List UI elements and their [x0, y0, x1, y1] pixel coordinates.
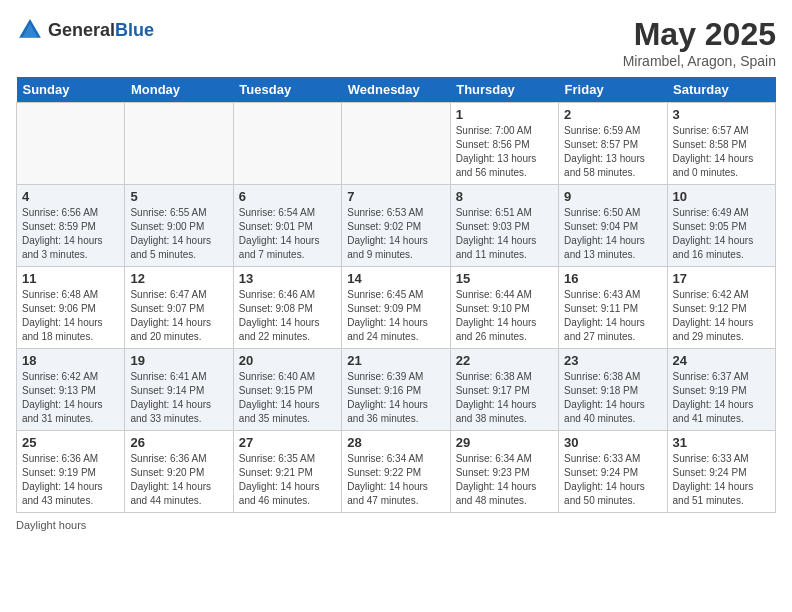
day-info: Sunrise: 6:49 AMSunset: 9:05 PMDaylight:…	[673, 206, 770, 262]
calendar-cell: 2Sunrise: 6:59 AMSunset: 8:57 PMDaylight…	[559, 103, 667, 185]
day-number: 12	[130, 271, 227, 286]
day-number: 14	[347, 271, 444, 286]
day-number: 10	[673, 189, 770, 204]
daylight-label: Daylight hours	[16, 519, 86, 531]
calendar-cell: 20Sunrise: 6:40 AMSunset: 9:15 PMDayligh…	[233, 349, 341, 431]
calendar-cell: 14Sunrise: 6:45 AMSunset: 9:09 PMDayligh…	[342, 267, 450, 349]
calendar-cell: 12Sunrise: 6:47 AMSunset: 9:07 PMDayligh…	[125, 267, 233, 349]
day-number: 15	[456, 271, 553, 286]
calendar-cell: 16Sunrise: 6:43 AMSunset: 9:11 PMDayligh…	[559, 267, 667, 349]
day-number: 26	[130, 435, 227, 450]
day-info: Sunrise: 6:55 AMSunset: 9:00 PMDaylight:…	[130, 206, 227, 262]
day-info: Sunrise: 6:34 AMSunset: 9:23 PMDaylight:…	[456, 452, 553, 508]
calendar-cell: 29Sunrise: 6:34 AMSunset: 9:23 PMDayligh…	[450, 431, 558, 513]
day-number: 4	[22, 189, 119, 204]
day-number: 13	[239, 271, 336, 286]
calendar-cell: 31Sunrise: 6:33 AMSunset: 9:24 PMDayligh…	[667, 431, 775, 513]
calendar-cell: 10Sunrise: 6:49 AMSunset: 9:05 PMDayligh…	[667, 185, 775, 267]
day-info: Sunrise: 6:50 AMSunset: 9:04 PMDaylight:…	[564, 206, 661, 262]
day-number: 1	[456, 107, 553, 122]
calendar-cell	[342, 103, 450, 185]
day-number: 24	[673, 353, 770, 368]
day-info: Sunrise: 6:53 AMSunset: 9:02 PMDaylight:…	[347, 206, 444, 262]
day-info: Sunrise: 6:43 AMSunset: 9:11 PMDaylight:…	[564, 288, 661, 344]
calendar-cell	[17, 103, 125, 185]
week-row-5: 25Sunrise: 6:36 AMSunset: 9:19 PMDayligh…	[17, 431, 776, 513]
week-row-1: 1Sunrise: 7:00 AMSunset: 8:56 PMDaylight…	[17, 103, 776, 185]
calendar-table: SundayMondayTuesdayWednesdayThursdayFrid…	[16, 77, 776, 513]
day-info: Sunrise: 6:51 AMSunset: 9:03 PMDaylight:…	[456, 206, 553, 262]
day-header-monday: Monday	[125, 77, 233, 103]
logo-icon	[16, 16, 44, 44]
day-number: 5	[130, 189, 227, 204]
month-year: May 2025	[623, 16, 776, 53]
day-info: Sunrise: 6:54 AMSunset: 9:01 PMDaylight:…	[239, 206, 336, 262]
calendar-cell: 26Sunrise: 6:36 AMSunset: 9:20 PMDayligh…	[125, 431, 233, 513]
calendar-cell: 24Sunrise: 6:37 AMSunset: 9:19 PMDayligh…	[667, 349, 775, 431]
location: Mirambel, Aragon, Spain	[623, 53, 776, 69]
day-number: 19	[130, 353, 227, 368]
calendar-cell: 27Sunrise: 6:35 AMSunset: 9:21 PMDayligh…	[233, 431, 341, 513]
calendar-cell: 21Sunrise: 6:39 AMSunset: 9:16 PMDayligh…	[342, 349, 450, 431]
calendar-cell: 9Sunrise: 6:50 AMSunset: 9:04 PMDaylight…	[559, 185, 667, 267]
week-row-4: 18Sunrise: 6:42 AMSunset: 9:13 PMDayligh…	[17, 349, 776, 431]
calendar-cell: 28Sunrise: 6:34 AMSunset: 9:22 PMDayligh…	[342, 431, 450, 513]
day-number: 6	[239, 189, 336, 204]
day-number: 8	[456, 189, 553, 204]
logo-general: General	[48, 20, 115, 40]
day-info: Sunrise: 6:36 AMSunset: 9:19 PMDaylight:…	[22, 452, 119, 508]
day-info: Sunrise: 6:42 AMSunset: 9:12 PMDaylight:…	[673, 288, 770, 344]
day-info: Sunrise: 6:33 AMSunset: 9:24 PMDaylight:…	[564, 452, 661, 508]
day-number: 7	[347, 189, 444, 204]
day-number: 18	[22, 353, 119, 368]
calendar-cell: 18Sunrise: 6:42 AMSunset: 9:13 PMDayligh…	[17, 349, 125, 431]
day-number: 28	[347, 435, 444, 450]
title-block: May 2025 Mirambel, Aragon, Spain	[623, 16, 776, 69]
day-number: 17	[673, 271, 770, 286]
day-info: Sunrise: 6:44 AMSunset: 9:10 PMDaylight:…	[456, 288, 553, 344]
day-header-row: SundayMondayTuesdayWednesdayThursdayFrid…	[17, 77, 776, 103]
day-number: 16	[564, 271, 661, 286]
day-number: 20	[239, 353, 336, 368]
day-number: 27	[239, 435, 336, 450]
day-header-wednesday: Wednesday	[342, 77, 450, 103]
calendar-cell: 5Sunrise: 6:55 AMSunset: 9:00 PMDaylight…	[125, 185, 233, 267]
day-number: 3	[673, 107, 770, 122]
day-number: 29	[456, 435, 553, 450]
logo-blue: Blue	[115, 20, 154, 40]
day-info: Sunrise: 6:46 AMSunset: 9:08 PMDaylight:…	[239, 288, 336, 344]
calendar-cell: 23Sunrise: 6:38 AMSunset: 9:18 PMDayligh…	[559, 349, 667, 431]
calendar-cell: 22Sunrise: 6:38 AMSunset: 9:17 PMDayligh…	[450, 349, 558, 431]
day-header-sunday: Sunday	[17, 77, 125, 103]
day-info: Sunrise: 6:35 AMSunset: 9:21 PMDaylight:…	[239, 452, 336, 508]
day-info: Sunrise: 7:00 AMSunset: 8:56 PMDaylight:…	[456, 124, 553, 180]
calendar-cell: 15Sunrise: 6:44 AMSunset: 9:10 PMDayligh…	[450, 267, 558, 349]
day-info: Sunrise: 6:38 AMSunset: 9:17 PMDaylight:…	[456, 370, 553, 426]
day-info: Sunrise: 6:38 AMSunset: 9:18 PMDaylight:…	[564, 370, 661, 426]
day-info: Sunrise: 6:39 AMSunset: 9:16 PMDaylight:…	[347, 370, 444, 426]
day-number: 31	[673, 435, 770, 450]
calendar-cell: 7Sunrise: 6:53 AMSunset: 9:02 PMDaylight…	[342, 185, 450, 267]
calendar-cell: 19Sunrise: 6:41 AMSunset: 9:14 PMDayligh…	[125, 349, 233, 431]
day-number: 23	[564, 353, 661, 368]
day-info: Sunrise: 6:34 AMSunset: 9:22 PMDaylight:…	[347, 452, 444, 508]
day-info: Sunrise: 6:48 AMSunset: 9:06 PMDaylight:…	[22, 288, 119, 344]
day-number: 25	[22, 435, 119, 450]
calendar-cell: 11Sunrise: 6:48 AMSunset: 9:06 PMDayligh…	[17, 267, 125, 349]
calendar-cell: 17Sunrise: 6:42 AMSunset: 9:12 PMDayligh…	[667, 267, 775, 349]
week-row-3: 11Sunrise: 6:48 AMSunset: 9:06 PMDayligh…	[17, 267, 776, 349]
calendar-cell: 3Sunrise: 6:57 AMSunset: 8:58 PMDaylight…	[667, 103, 775, 185]
day-info: Sunrise: 6:36 AMSunset: 9:20 PMDaylight:…	[130, 452, 227, 508]
calendar-cell: 30Sunrise: 6:33 AMSunset: 9:24 PMDayligh…	[559, 431, 667, 513]
day-info: Sunrise: 6:41 AMSunset: 9:14 PMDaylight:…	[130, 370, 227, 426]
day-number: 9	[564, 189, 661, 204]
week-row-2: 4Sunrise: 6:56 AMSunset: 8:59 PMDaylight…	[17, 185, 776, 267]
day-number: 22	[456, 353, 553, 368]
calendar-cell	[125, 103, 233, 185]
calendar-cell: 25Sunrise: 6:36 AMSunset: 9:19 PMDayligh…	[17, 431, 125, 513]
day-info: Sunrise: 6:37 AMSunset: 9:19 PMDaylight:…	[673, 370, 770, 426]
day-info: Sunrise: 6:59 AMSunset: 8:57 PMDaylight:…	[564, 124, 661, 180]
calendar-cell: 6Sunrise: 6:54 AMSunset: 9:01 PMDaylight…	[233, 185, 341, 267]
calendar-cell: 4Sunrise: 6:56 AMSunset: 8:59 PMDaylight…	[17, 185, 125, 267]
day-info: Sunrise: 6:57 AMSunset: 8:58 PMDaylight:…	[673, 124, 770, 180]
